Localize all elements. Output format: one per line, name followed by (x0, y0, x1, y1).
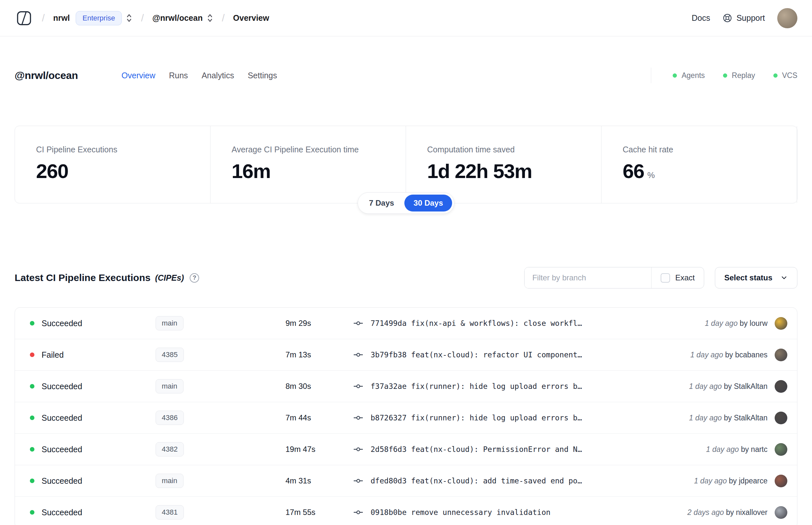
status-cell: Succeeded (30, 319, 156, 328)
user-avatar[interactable] (777, 8, 797, 28)
author-avatar[interactable] (775, 317, 787, 330)
author-avatar[interactable] (775, 443, 787, 456)
top-navbar: / nrwl Enterprise / @nrwl/ocean / Overvi… (0, 0, 812, 36)
green-dot-icon (723, 73, 727, 78)
exact-label: Exact (675, 273, 695, 282)
branch-cell: 4382 (156, 442, 286, 456)
status-cell: Succeeded (30, 508, 156, 517)
stat-label: Computation time saved (427, 145, 588, 154)
branch-filter-input[interactable] (524, 267, 651, 288)
branch-badge[interactable]: 4381 (156, 505, 184, 520)
status-dot-icon (30, 321, 34, 326)
branch-cell: main (156, 316, 286, 330)
meta-cell: 1 day ago by lourw (705, 317, 787, 330)
cipe-row[interactable]: Succeeded main 9m 29s 771499da fix(nx-ap… (15, 308, 797, 339)
git-commit-icon (353, 381, 364, 391)
green-dot-icon (673, 73, 677, 78)
commit-cell: 771499da fix(nx-api & workflows): close … (353, 318, 695, 328)
row-time: 1 day ago (689, 382, 724, 390)
stats-cards: CI Pipeline Executions 260 Average CI Pi… (15, 126, 797, 204)
status-dot-icon (30, 384, 34, 389)
tab-runs[interactable]: Runs (168, 69, 189, 82)
commit-text[interactable]: 3b79fb38 feat(nx-cloud): refactor UI com… (371, 350, 582, 359)
author-avatar[interactable] (775, 506, 787, 519)
exact-toggle[interactable]: Exact (651, 267, 704, 288)
duration: 8m 30s (286, 382, 353, 391)
row-time: 1 day ago (706, 445, 741, 453)
git-commit-icon (353, 318, 364, 328)
range-30-days-button[interactable]: 30 Days (404, 195, 452, 211)
branch-cell: 4385 (156, 348, 286, 362)
breadcrumb-workspace[interactable]: @nrwl/ocean (152, 13, 203, 23)
branch-badge[interactable]: 4382 (156, 442, 184, 456)
status-label: Succeeded (42, 319, 82, 328)
tab-settings[interactable]: Settings (246, 69, 278, 82)
row-author: by jdpearce (729, 477, 767, 485)
branch-badge[interactable]: 4385 (156, 348, 184, 362)
cipe-row[interactable]: Succeeded 4386 7m 44s b8726327 fix(runne… (15, 402, 797, 434)
cipe-row[interactable]: Succeeded main 4m 31s dfed80d3 feat(nx-c… (15, 465, 797, 497)
cipes-title-suffix: (CIPEs) (155, 273, 184, 283)
range-7-days-button[interactable]: 7 Days (360, 195, 403, 211)
docs-link[interactable]: Docs (691, 13, 710, 23)
tab-analytics[interactable]: Analytics (200, 69, 235, 82)
cipes-controls: Exact Select status (524, 267, 797, 288)
commit-text[interactable]: 771499da fix(nx-api & workflows): close … (371, 319, 582, 328)
status-label: Failed (42, 350, 64, 360)
cipe-row[interactable]: Failed 4385 7m 13s 3b79fb38 feat(nx-clou… (15, 339, 797, 371)
row-author: by StalkAltan (724, 382, 767, 390)
commit-text[interactable]: f37a32ae fix(runner): hide log upload er… (371, 382, 582, 390)
support-link[interactable]: Support (722, 13, 765, 23)
stat-ci-pipeline-executions: CI Pipeline Executions 260 (15, 126, 211, 203)
breadcrumb-separator: / (141, 12, 144, 24)
branch-badge[interactable]: main (156, 379, 184, 393)
breadcrumb-org[interactable]: nrwl (53, 13, 70, 23)
branch-badge[interactable]: main (156, 474, 184, 488)
workspace-tabs: Overview Runs Analytics Settings (120, 69, 278, 82)
indicator-replay[interactable]: Replay (723, 71, 755, 80)
row-author: by lourw (739, 319, 767, 328)
status-cell: Succeeded (30, 445, 156, 454)
breadcrumb-page: Overview (233, 13, 269, 23)
row-author: by nartc (741, 445, 767, 453)
exact-checkbox[interactable] (661, 273, 670, 283)
cipe-row[interactable]: Succeeded 4381 17m 55s 0918b0be remove u… (15, 497, 797, 525)
duration: 17m 55s (286, 508, 353, 517)
stat-avg-execution-time: Average CI Pipeline Execution time 16m (211, 126, 406, 203)
status-dot-icon (30, 510, 34, 515)
commit-text[interactable]: dfed80d3 feat(nx-cloud): add time-saved … (371, 477, 582, 485)
commit-text[interactable]: b8726327 fix(runner): hide log upload er… (371, 414, 582, 422)
commit-text[interactable]: 2d58f6d3 feat(nx-cloud): PermissionError… (371, 445, 582, 453)
author-avatar[interactable] (775, 411, 787, 424)
status-label: Succeeded (42, 508, 82, 517)
author-avatar[interactable] (775, 349, 787, 361)
cipe-row[interactable]: Succeeded main 8m 30s f37a32ae fix(runne… (15, 371, 797, 402)
author-avatar[interactable] (775, 475, 787, 487)
help-icon[interactable]: ? (190, 273, 199, 283)
org-selector-chevron-icon[interactable] (126, 13, 133, 23)
status-cell: Succeeded (30, 476, 156, 486)
green-dot-icon (773, 73, 778, 78)
duration: 4m 31s (286, 476, 353, 485)
commit-text[interactable]: 0918b0be remove unnecessary invalidation (371, 508, 551, 516)
enterprise-badge[interactable]: Enterprise (76, 11, 122, 25)
date-range-toggle: 7 Days 30 Days (357, 192, 455, 214)
app-logo[interactable] (15, 9, 33, 28)
git-commit-icon (353, 476, 364, 486)
stat-cache-hit-rate: Cache hit rate 66% (601, 126, 797, 203)
cipe-table: Succeeded main 9m 29s 771499da fix(nx-ap… (15, 308, 797, 525)
stat-label: CI Pipeline Executions (36, 145, 197, 154)
commit-cell: 0918b0be remove unnecessary invalidation (353, 507, 677, 518)
indicator-agents[interactable]: Agents (673, 71, 705, 80)
tab-overview[interactable]: Overview (120, 69, 156, 82)
branch-badge[interactable]: main (156, 316, 184, 330)
author-avatar[interactable] (775, 380, 787, 393)
cipes-title: Latest CI Pipeline Executions (15, 272, 150, 283)
cipe-row[interactable]: Succeeded 4382 19m 47s 2d58f6d3 feat(nx-… (15, 434, 797, 465)
commit-cell: f37a32ae fix(runner): hide log upload er… (353, 381, 679, 391)
indicator-vcs[interactable]: VCS (773, 71, 797, 80)
branch-badge[interactable]: 4386 (156, 411, 184, 425)
workspace-title: @nrwl/ocean (15, 70, 78, 81)
select-status-dropdown[interactable]: Select status (715, 267, 797, 288)
workspace-selector-chevron-icon[interactable] (206, 13, 213, 23)
